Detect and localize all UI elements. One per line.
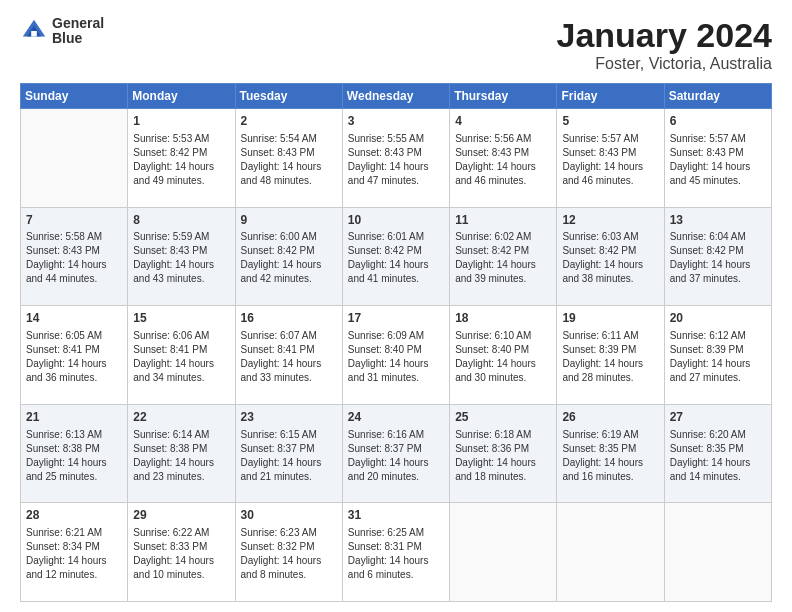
day-info-line: Daylight: 14 hours (26, 258, 122, 272)
header: General Blue January 2024 Foster, Victor… (20, 16, 772, 73)
day-info-line: and 27 minutes. (670, 371, 766, 385)
calendar-cell: 9Sunrise: 6:00 AMSunset: 8:42 PMDaylight… (235, 207, 342, 306)
day-info-line: and 16 minutes. (562, 470, 658, 484)
calendar-cell: 15Sunrise: 6:06 AMSunset: 8:41 PMDayligh… (128, 306, 235, 405)
day-number: 14 (26, 310, 122, 327)
day-info-line: Daylight: 14 hours (348, 357, 444, 371)
day-info-line: Sunrise: 5:56 AM (455, 132, 551, 146)
calendar-cell: 2Sunrise: 5:54 AMSunset: 8:43 PMDaylight… (235, 109, 342, 208)
logo: General Blue (20, 16, 104, 47)
day-info-line: Sunset: 8:41 PM (26, 343, 122, 357)
day-info-line: Sunrise: 6:00 AM (241, 230, 337, 244)
day-info-line: and 46 minutes. (455, 174, 551, 188)
day-number: 30 (241, 507, 337, 524)
day-info-line: Sunrise: 5:57 AM (670, 132, 766, 146)
day-info-line: Sunrise: 5:57 AM (562, 132, 658, 146)
logo-line1: General (52, 16, 104, 31)
day-info-line: Daylight: 14 hours (455, 258, 551, 272)
day-info-line: Sunrise: 6:04 AM (670, 230, 766, 244)
day-info-line: Sunset: 8:38 PM (26, 442, 122, 456)
day-info-line: and 46 minutes. (562, 174, 658, 188)
day-info-line: and 20 minutes. (348, 470, 444, 484)
day-number: 18 (455, 310, 551, 327)
day-info-line: and 44 minutes. (26, 272, 122, 286)
day-number: 27 (670, 409, 766, 426)
day-info-line: Daylight: 14 hours (241, 456, 337, 470)
day-info-line: Sunset: 8:43 PM (348, 146, 444, 160)
calendar-cell: 18Sunrise: 6:10 AMSunset: 8:40 PMDayligh… (450, 306, 557, 405)
day-info-line: and 34 minutes. (133, 371, 229, 385)
calendar-cell: 22Sunrise: 6:14 AMSunset: 8:38 PMDayligh… (128, 404, 235, 503)
day-number: 25 (455, 409, 551, 426)
day-info-line: and 31 minutes. (348, 371, 444, 385)
day-info-line: Sunrise: 6:18 AM (455, 428, 551, 442)
calendar-header-tuesday: Tuesday (235, 84, 342, 109)
calendar-cell: 24Sunrise: 6:16 AMSunset: 8:37 PMDayligh… (342, 404, 449, 503)
day-info-line: and 30 minutes. (455, 371, 551, 385)
day-info-line: Sunrise: 6:01 AM (348, 230, 444, 244)
day-info-line: Sunrise: 6:05 AM (26, 329, 122, 343)
day-info-line: Sunset: 8:43 PM (562, 146, 658, 160)
day-number: 7 (26, 212, 122, 229)
day-info-line: Sunrise: 6:15 AM (241, 428, 337, 442)
day-info-line: Sunset: 8:36 PM (455, 442, 551, 456)
day-number: 12 (562, 212, 658, 229)
day-number: 19 (562, 310, 658, 327)
calendar-cell: 25Sunrise: 6:18 AMSunset: 8:36 PMDayligh… (450, 404, 557, 503)
day-info-line: Daylight: 14 hours (670, 357, 766, 371)
day-info-line: Sunset: 8:43 PM (26, 244, 122, 258)
day-info-line: Daylight: 14 hours (562, 456, 658, 470)
day-number: 5 (562, 113, 658, 130)
day-info-line: Daylight: 14 hours (241, 160, 337, 174)
day-info-line: Daylight: 14 hours (348, 554, 444, 568)
calendar-cell: 27Sunrise: 6:20 AMSunset: 8:35 PMDayligh… (664, 404, 771, 503)
day-info-line: Sunset: 8:40 PM (348, 343, 444, 357)
day-info-line: Daylight: 14 hours (241, 258, 337, 272)
page: General Blue January 2024 Foster, Victor… (0, 0, 792, 612)
day-info-line: Sunset: 8:43 PM (670, 146, 766, 160)
day-info-line: Sunset: 8:35 PM (670, 442, 766, 456)
day-number: 1 (133, 113, 229, 130)
day-info-line: Sunrise: 6:22 AM (133, 526, 229, 540)
day-number: 24 (348, 409, 444, 426)
day-info-line: Daylight: 14 hours (562, 258, 658, 272)
day-info-line: Sunrise: 6:06 AM (133, 329, 229, 343)
day-info-line: and 37 minutes. (670, 272, 766, 286)
calendar-week-row: 7Sunrise: 5:58 AMSunset: 8:43 PMDaylight… (21, 207, 772, 306)
day-number: 15 (133, 310, 229, 327)
calendar-week-row: 21Sunrise: 6:13 AMSunset: 8:38 PMDayligh… (21, 404, 772, 503)
day-info-line: Sunset: 8:43 PM (455, 146, 551, 160)
day-info-line: and 49 minutes. (133, 174, 229, 188)
calendar-header-thursday: Thursday (450, 84, 557, 109)
day-info-line: Sunset: 8:42 PM (348, 244, 444, 258)
calendar-cell: 17Sunrise: 6:09 AMSunset: 8:40 PMDayligh… (342, 306, 449, 405)
day-info-line: Sunrise: 5:59 AM (133, 230, 229, 244)
calendar-cell: 20Sunrise: 6:12 AMSunset: 8:39 PMDayligh… (664, 306, 771, 405)
day-info-line: Daylight: 14 hours (26, 357, 122, 371)
day-info-line: Sunset: 8:42 PM (133, 146, 229, 160)
day-info-line: Daylight: 14 hours (670, 456, 766, 470)
calendar-cell (21, 109, 128, 208)
day-info-line: and 36 minutes. (26, 371, 122, 385)
day-info-line: Sunset: 8:35 PM (562, 442, 658, 456)
day-number: 9 (241, 212, 337, 229)
calendar-cell: 10Sunrise: 6:01 AMSunset: 8:42 PMDayligh… (342, 207, 449, 306)
day-info-line: Sunset: 8:40 PM (455, 343, 551, 357)
calendar-cell: 30Sunrise: 6:23 AMSunset: 8:32 PMDayligh… (235, 503, 342, 602)
day-info-line: Sunset: 8:43 PM (133, 244, 229, 258)
day-number: 26 (562, 409, 658, 426)
day-number: 29 (133, 507, 229, 524)
calendar-header-saturday: Saturday (664, 84, 771, 109)
calendar-cell (664, 503, 771, 602)
day-info-line: Daylight: 14 hours (348, 258, 444, 272)
day-info-line: Sunrise: 5:55 AM (348, 132, 444, 146)
day-info-line: Sunset: 8:38 PM (133, 442, 229, 456)
calendar-table: SundayMondayTuesdayWednesdayThursdayFrid… (20, 83, 772, 602)
day-info-line: and 18 minutes. (455, 470, 551, 484)
day-info-line: Sunrise: 6:23 AM (241, 526, 337, 540)
day-info-line: and 42 minutes. (241, 272, 337, 286)
calendar-cell: 13Sunrise: 6:04 AMSunset: 8:42 PMDayligh… (664, 207, 771, 306)
day-info-line: and 21 minutes. (241, 470, 337, 484)
calendar-cell: 12Sunrise: 6:03 AMSunset: 8:42 PMDayligh… (557, 207, 664, 306)
day-info-line: and 23 minutes. (133, 470, 229, 484)
